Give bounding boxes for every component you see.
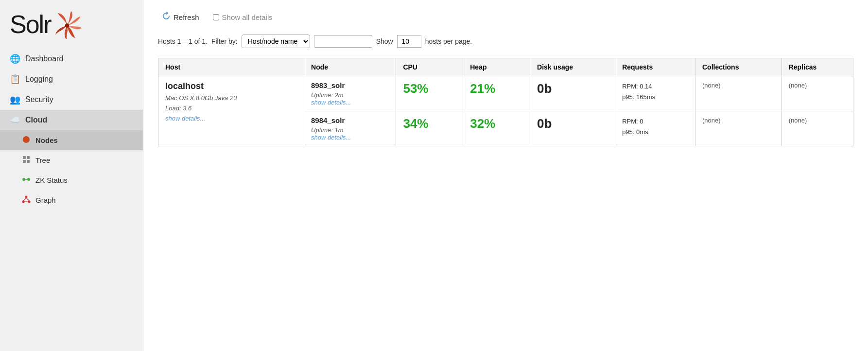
svg-line-13 [26, 198, 29, 201]
nav-items: Dashboard Logging Security Cloud Nodes [0, 49, 143, 351]
uptime-1: Uptime: 2m [311, 91, 343, 99]
sidebar-item-graph-label: Graph [35, 196, 56, 204]
node-uptime-1: Uptime: 2m show details... [311, 91, 389, 106]
host-details: Mac OS X 8.0Gb Java 23 Load: 3.6 show de… [165, 93, 297, 123]
svg-rect-2 [23, 156, 26, 159]
requests-rpm-2: RPM: 0 p95: 0ms [622, 116, 688, 138]
filter-input[interactable] [314, 35, 372, 48]
nodes-table: Host Node CPU Heap Disk usage Requests C… [158, 58, 853, 146]
svg-rect-5 [27, 160, 30, 163]
svg-rect-3 [27, 156, 30, 159]
svg-point-6 [22, 178, 25, 181]
sidebar-item-graph[interactable]: Graph [0, 190, 143, 210]
per-page-input[interactable] [397, 35, 421, 48]
col-heap: Heap [463, 58, 530, 76]
cloud-icon [10, 115, 20, 125]
host-show-details[interactable]: show details... [165, 115, 205, 122]
filter-select[interactable]: Host/node name IP address Status [242, 35, 310, 48]
sidebar-item-logging-label: Logging [25, 75, 53, 84]
node-name-1: 8983_solr [311, 81, 389, 89]
col-collections: Collections [695, 58, 782, 76]
logging-icon [10, 74, 20, 85]
logo-area: Solr [0, 0, 143, 44]
tree-icon [22, 155, 31, 165]
show-all-details-label[interactable]: Show all details [213, 13, 273, 21]
sidebar-item-nodes[interactable]: Nodes [0, 130, 143, 150]
nodes-icon [22, 135, 31, 145]
sidebar-item-cloud[interactable]: Cloud [0, 110, 143, 130]
cpu-value-2: 34% [403, 116, 428, 131]
heap-value-1: 21% [470, 81, 495, 96]
svg-rect-4 [23, 160, 26, 163]
disk-cell-1: 0b [530, 76, 615, 111]
sidebar-item-dashboard[interactable]: Dashboard [0, 49, 143, 69]
replicas-cell-2: (none) [781, 111, 853, 146]
show-all-details-text: Show all details [222, 13, 273, 21]
table-row: localhost Mac OS X 8.0Gb Java 23 Load: 3… [158, 76, 853, 111]
solr-logo-text: Solr [10, 12, 51, 37]
requests-cell-1: RPM: 0.14 p95: 165ms [615, 76, 695, 111]
security-icon [10, 94, 20, 105]
table-body: localhost Mac OS X 8.0Gb Java 23 Load: 3… [158, 76, 853, 146]
collections-cell-1: (none) [695, 76, 782, 111]
hosts-count-label: Hosts 1 – 1 of 1. [158, 37, 208, 45]
sidebar-item-cloud-label: Cloud [25, 116, 47, 124]
node-uptime-2: Uptime: 1m show details... [311, 126, 389, 141]
host-os: Mac OS X 8.0Gb Java 23 [165, 94, 237, 102]
collections-cell-2: (none) [695, 111, 782, 146]
filter-by-label: Filter by: [211, 37, 238, 45]
cpu-cell-1: 53% [396, 76, 463, 111]
zk-status-icon [22, 175, 31, 185]
cpu-cell-2: 34% [396, 111, 463, 146]
node-show-details-2[interactable]: show details... [311, 134, 351, 141]
show-label: Show [376, 37, 393, 45]
sidebar-item-nodes-label: Nodes [35, 136, 58, 144]
col-cpu: CPU [396, 58, 463, 76]
rpm-2: RPM: 0 [622, 118, 643, 125]
graph-icon [22, 195, 31, 205]
sidebar-item-logging[interactable]: Logging [0, 69, 143, 89]
refresh-button[interactable]: Refresh [158, 10, 203, 25]
sidebar-item-dashboard-label: Dashboard [25, 54, 63, 63]
sidebar-item-tree[interactable]: Tree [0, 150, 143, 170]
sidebar-item-zk-status[interactable]: ZK Status [0, 170, 143, 190]
solr-fan-icon [52, 10, 82, 39]
disk-cell-2: 0b [530, 111, 615, 146]
collections-1: (none) [702, 82, 721, 89]
rpm-1: RPM: 0.14 [622, 83, 652, 90]
sidebar-item-tree-label: Tree [35, 156, 50, 164]
filter-bar: Hosts 1 – 1 of 1. Filter by: Host/node n… [158, 35, 853, 48]
toolbar: Refresh Show all details [158, 10, 853, 25]
heap-cell-1: 21% [463, 76, 530, 111]
svg-line-12 [23, 198, 26, 201]
dashboard-icon [10, 53, 20, 64]
node-name-cell-1: 8983_solr Uptime: 2m show details... [304, 76, 396, 111]
col-replicas: Replicas [781, 58, 853, 76]
cpu-value-1: 53% [403, 81, 428, 96]
svg-point-9 [25, 196, 28, 198]
replicas-cell-1: (none) [781, 76, 853, 111]
col-disk: Disk usage [530, 58, 615, 76]
host-load: Load: 3.6 [165, 105, 191, 112]
heap-value-2: 32% [470, 116, 495, 131]
uptime-2: Uptime: 1m [311, 126, 343, 134]
col-node: Node [304, 58, 396, 76]
replicas-1: (none) [789, 82, 807, 89]
collections-2: (none) [702, 117, 721, 124]
requests-rpm-1: RPM: 0.14 p95: 165ms [622, 81, 688, 103]
svg-point-10 [22, 201, 25, 203]
main-content: Refresh Show all details Hosts 1 – 1 of … [143, 0, 868, 351]
sidebar-item-security[interactable]: Security [0, 89, 143, 110]
disk-value-1: 0b [537, 81, 552, 96]
svg-point-1 [23, 136, 30, 143]
col-requests: Requests [615, 58, 695, 76]
node-show-details-1[interactable]: show details... [311, 99, 351, 106]
svg-point-0 [65, 23, 69, 28]
refresh-label: Refresh [174, 13, 199, 21]
show-all-details-checkbox[interactable] [213, 14, 219, 20]
p95-1: p95: 165ms [622, 93, 655, 101]
replicas-2: (none) [789, 117, 807, 124]
sidebar: Solr Dashboard Logging [0, 0, 143, 351]
p95-2: p95: 0ms [622, 128, 648, 136]
requests-cell-2: RPM: 0 p95: 0ms [615, 111, 695, 146]
